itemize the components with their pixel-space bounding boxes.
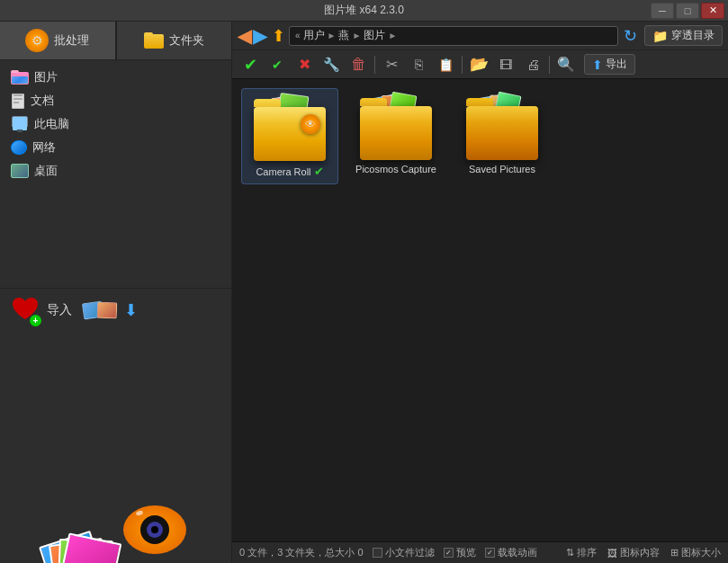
- refresh-button[interactable]: ↻: [624, 26, 637, 46]
- separator-1: [374, 56, 375, 74]
- desktop-icon: [11, 164, 29, 178]
- nav-item-computer[interactable]: 此电脑: [4, 112, 228, 136]
- network-icon: [11, 140, 27, 155]
- folder-label: 文件夹: [169, 32, 204, 49]
- uncheck-button[interactable]: ✖: [292, 54, 317, 76]
- export-label: 导出: [606, 57, 627, 72]
- camera-roll-thumb: 👁: [253, 94, 327, 161]
- small-file-checkbox[interactable]: [373, 548, 382, 558]
- separator-2: [462, 56, 463, 74]
- nav-item-documents[interactable]: 文档: [4, 89, 228, 112]
- export-button[interactable]: ⬆ 导出: [584, 54, 635, 75]
- export-arrow-icon: ⬆: [592, 58, 603, 72]
- cut-button[interactable]: ✂: [379, 54, 404, 76]
- path-sep-1: ►: [328, 31, 337, 40]
- documents-icon: [11, 93, 25, 109]
- path-sep-3: ►: [388, 31, 397, 40]
- delete-button[interactable]: 🗑: [346, 54, 371, 76]
- picosmos-label: Picosmos Capture: [355, 164, 436, 174]
- maximize-button[interactable]: □: [676, 3, 699, 19]
- pictures-folder-icon: [11, 70, 29, 85]
- slideshow-button[interactable]: 🎞: [493, 54, 518, 76]
- import-label[interactable]: 导入: [47, 302, 72, 318]
- icon-size-icon: ⊞: [670, 547, 679, 559]
- path-sep-2: ►: [352, 31, 361, 40]
- saved-pictures-label: Saved Pictures: [469, 164, 535, 174]
- folder-item-saved-pictures[interactable]: Saved Pictures: [454, 88, 551, 184]
- check-all-button[interactable]: ✔: [238, 54, 263, 76]
- download-icon[interactable]: ⬇: [124, 300, 138, 320]
- minimize-button[interactable]: ─: [651, 3, 674, 19]
- nav-item-desktop[interactable]: 桌面: [4, 159, 228, 183]
- paste-button[interactable]: 📋: [433, 54, 458, 76]
- up-button[interactable]: ⬆: [272, 26, 285, 46]
- sort-label: 排序: [577, 546, 597, 559]
- copy-button[interactable]: ⎘: [406, 54, 431, 76]
- icon-content-button[interactable]: 🖼 图标内容: [607, 546, 660, 559]
- preview-option[interactable]: ✓ 预览: [444, 546, 476, 559]
- path-part-user: 用户: [303, 28, 325, 43]
- close-button[interactable]: ✕: [701, 3, 724, 19]
- preview-checkbox[interactable]: ✓: [444, 548, 454, 558]
- through-dir-label: 穿透目录: [671, 28, 715, 43]
- status-bar: 0 文件，3 文件夹，总大小 0 小文件过滤 ✓ 预览 ✓ 载载动画 ⇅ 排序 …: [232, 541, 728, 563]
- sort-icon: ⇅: [566, 547, 574, 559]
- batch-label: 批处理: [54, 32, 89, 49]
- settings-button[interactable]: 🔧: [319, 54, 344, 76]
- computer-label: 此电脑: [34, 116, 69, 132]
- picosmos-thumb: [359, 94, 433, 160]
- through-dir-button[interactable]: 📁 穿透目录: [644, 25, 723, 46]
- network-label: 网络: [32, 139, 56, 156]
- saved-pictures-thumb: [465, 94, 539, 160]
- documents-label: 文档: [31, 93, 54, 109]
- file-grid: 👁 Camera Roll ✔: [232, 79, 728, 541]
- nav-item-pictures[interactable]: 图片: [4, 66, 228, 89]
- camera-roll-checkmark: ✔: [314, 165, 324, 178]
- path-bar[interactable]: « 用户 ► 燕 ► 图片 ►: [289, 26, 618, 46]
- path-part-yan: 燕: [338, 28, 349, 43]
- folder-icon: [144, 32, 164, 49]
- print-button[interactable]: 🖨: [520, 54, 545, 76]
- icon-content-icon: 🖼: [607, 548, 617, 559]
- folder-button[interactable]: 文件夹: [116, 22, 232, 59]
- plus-badge: +: [30, 315, 41, 326]
- small-file-filter[interactable]: 小文件过滤: [373, 546, 435, 559]
- import-photos-icon: [83, 302, 117, 318]
- path-double-arrow: «: [295, 31, 301, 40]
- camera-roll-label: Camera Roll: [256, 166, 310, 177]
- status-file-count: 0 文件，3 文件夹，总大小 0: [239, 546, 364, 559]
- import-heart-icon: +: [11, 296, 40, 325]
- mascot-area: [0, 332, 231, 563]
- icon-size-label: 图标大小: [681, 546, 721, 559]
- search-button[interactable]: 🔍: [553, 54, 579, 76]
- app-title: 图片堆 x64 2.3.0: [324, 3, 404, 18]
- folder-through-icon: 📁: [652, 29, 668, 43]
- check-one-button[interactable]: ✔: [265, 54, 290, 76]
- pictures-label: 图片: [34, 69, 58, 85]
- small-file-label: 小文件过滤: [385, 546, 435, 559]
- load-anim-checkbox[interactable]: ✓: [485, 548, 495, 558]
- gear-icon: ⚙: [25, 29, 49, 52]
- nav-item-network[interactable]: 网络: [4, 136, 228, 159]
- icon-content-label: 图标内容: [620, 546, 660, 559]
- path-part-pictures: 图片: [364, 28, 385, 43]
- open-folder-button[interactable]: 📂: [466, 54, 491, 76]
- load-anim-label: 载载动画: [498, 546, 537, 559]
- separator-3: [549, 56, 550, 74]
- batch-button[interactable]: ⚙ 批处理: [0, 22, 116, 59]
- sort-button[interactable]: ⇅ 排序: [566, 546, 597, 559]
- back-button[interactable]: ◀: [238, 27, 251, 45]
- computer-icon: [11, 116, 29, 132]
- icon-size-button[interactable]: ⊞ 图标大小: [670, 546, 721, 559]
- load-anim-option[interactable]: ✓ 载载动画: [485, 546, 537, 559]
- folder-item-camera-roll[interactable]: 👁 Camera Roll ✔: [241, 88, 338, 184]
- desktop-label: 桌面: [34, 163, 58, 179]
- folder-item-picosmos[interactable]: Picosmos Capture: [347, 88, 445, 184]
- preview-label: 预览: [456, 546, 476, 559]
- forward-button[interactable]: ▶: [253, 27, 266, 45]
